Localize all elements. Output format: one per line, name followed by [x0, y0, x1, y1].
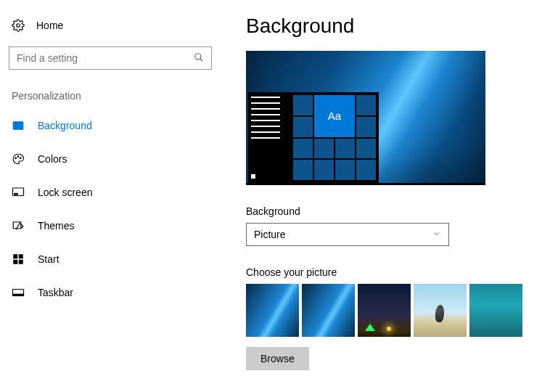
- sidebar-item-label: Start: [38, 253, 59, 265]
- browse-button[interactable]: Browse: [246, 347, 309, 370]
- settings-sidebar: Home Personalization Background Colors: [0, 0, 214, 392]
- svg-point-7: [20, 158, 22, 159]
- palette-icon: [12, 152, 25, 166]
- sidebar-item-label: Taskbar: [38, 287, 73, 298]
- svg-rect-12: [19, 254, 23, 258]
- sidebar-item-label: Background: [38, 120, 92, 131]
- sidebar-item-start[interactable]: Start: [9, 242, 214, 276]
- search-icon: [194, 52, 204, 65]
- lockscreen-icon: [12, 186, 25, 199]
- background-type-dropdown[interactable]: Picture: [246, 223, 449, 246]
- picture-thumbnail[interactable]: [358, 284, 411, 337]
- home-label: Home: [36, 20, 63, 31]
- preview-tile-text: Aa: [314, 95, 355, 137]
- chevron-down-icon: [432, 229, 441, 240]
- search-input[interactable]: [17, 52, 194, 64]
- sidebar-item-label: Themes: [38, 220, 75, 232]
- svg-line-2: [200, 58, 203, 61]
- search-input-wrap[interactable]: [9, 46, 212, 70]
- dropdown-value: Picture: [254, 229, 286, 240]
- sidebar-item-colors[interactable]: Colors: [9, 142, 214, 176]
- svg-point-5: [15, 158, 17, 159]
- svg-point-1: [195, 53, 201, 59]
- sidebar-item-label: Lock screen: [38, 187, 92, 198]
- svg-point-6: [17, 156, 19, 158]
- home-nav[interactable]: Home: [9, 13, 214, 46]
- taskbar-icon: [12, 286, 25, 299]
- picture-thumbnail[interactable]: [246, 284, 299, 337]
- themes-icon: [12, 219, 25, 232]
- svg-rect-11: [13, 254, 17, 258]
- sidebar-item-taskbar[interactable]: Taskbar: [9, 276, 214, 309]
- background-section-label: Background: [246, 205, 550, 217]
- desktop-preview: Aa: [246, 51, 485, 185]
- picture-thumbnail[interactable]: [414, 284, 467, 337]
- picture-thumbnail[interactable]: [469, 284, 522, 337]
- start-icon: [12, 253, 25, 266]
- picture-thumbnail[interactable]: [302, 284, 355, 337]
- svg-rect-16: [13, 294, 24, 295]
- svg-point-0: [17, 24, 20, 28]
- sidebar-item-lockscreen[interactable]: Lock screen: [9, 176, 214, 209]
- gear-icon: [12, 19, 25, 32]
- svg-rect-13: [13, 260, 17, 264]
- sidebar-item-background[interactable]: Background: [9, 109, 214, 142]
- svg-rect-9: [15, 194, 18, 195]
- picture-icon: [12, 119, 25, 132]
- page-title: Background: [246, 15, 550, 38]
- preview-start-menu: Aa: [248, 92, 379, 183]
- category-header: Personalization: [9, 90, 214, 109]
- preview-taskbar: [246, 183, 485, 185]
- sidebar-item-label: Colors: [38, 153, 67, 165]
- choose-picture-label: Choose your picture: [246, 266, 550, 278]
- picture-thumbnails: [246, 284, 550, 337]
- sidebar-item-themes[interactable]: Themes: [9, 209, 214, 242]
- main-content: Background Aa Back: [214, 0, 550, 392]
- svg-rect-14: [19, 260, 23, 264]
